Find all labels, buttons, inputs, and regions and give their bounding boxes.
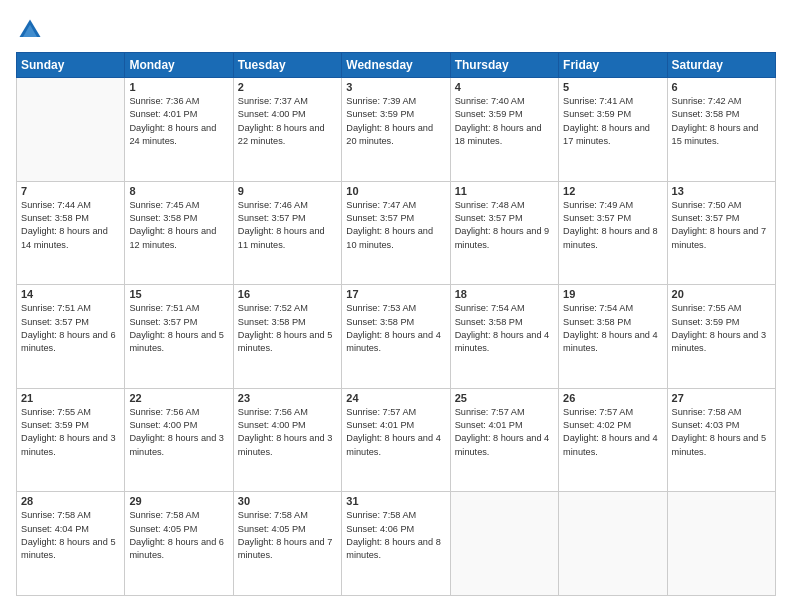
calendar-day-cell: 10 Sunrise: 7:47 AMSunset: 3:57 PMDaylig… [342, 181, 450, 285]
logo [16, 16, 48, 44]
day-info: Sunrise: 7:40 AMSunset: 3:59 PMDaylight:… [455, 95, 554, 148]
day-number: 17 [346, 288, 445, 300]
calendar-day-cell: 18 Sunrise: 7:54 AMSunset: 3:58 PMDaylig… [450, 285, 558, 389]
day-number: 11 [455, 185, 554, 197]
weekday-header: Saturday [667, 53, 775, 78]
day-info: Sunrise: 7:54 AMSunset: 3:58 PMDaylight:… [563, 302, 662, 355]
day-info: Sunrise: 7:49 AMSunset: 3:57 PMDaylight:… [563, 199, 662, 252]
weekday-header: Tuesday [233, 53, 341, 78]
day-number: 26 [563, 392, 662, 404]
calendar-day-cell: 21 Sunrise: 7:55 AMSunset: 3:59 PMDaylig… [17, 388, 125, 492]
day-info: Sunrise: 7:41 AMSunset: 3:59 PMDaylight:… [563, 95, 662, 148]
calendar-day-cell: 2 Sunrise: 7:37 AMSunset: 4:00 PMDayligh… [233, 78, 341, 182]
day-info: Sunrise: 7:52 AMSunset: 3:58 PMDaylight:… [238, 302, 337, 355]
day-info: Sunrise: 7:58 AMSunset: 4:05 PMDaylight:… [129, 509, 228, 562]
weekday-header: Wednesday [342, 53, 450, 78]
day-number: 16 [238, 288, 337, 300]
calendar-day-cell: 19 Sunrise: 7:54 AMSunset: 3:58 PMDaylig… [559, 285, 667, 389]
calendar-day-cell: 23 Sunrise: 7:56 AMSunset: 4:00 PMDaylig… [233, 388, 341, 492]
day-number: 22 [129, 392, 228, 404]
day-number: 5 [563, 81, 662, 93]
day-number: 1 [129, 81, 228, 93]
day-info: Sunrise: 7:48 AMSunset: 3:57 PMDaylight:… [455, 199, 554, 252]
calendar-day-cell: 25 Sunrise: 7:57 AMSunset: 4:01 PMDaylig… [450, 388, 558, 492]
calendar-week-row: 21 Sunrise: 7:55 AMSunset: 3:59 PMDaylig… [17, 388, 776, 492]
calendar-week-row: 1 Sunrise: 7:36 AMSunset: 4:01 PMDayligh… [17, 78, 776, 182]
day-number: 10 [346, 185, 445, 197]
day-number: 6 [672, 81, 771, 93]
day-number: 30 [238, 495, 337, 507]
day-info: Sunrise: 7:51 AMSunset: 3:57 PMDaylight:… [21, 302, 120, 355]
day-number: 27 [672, 392, 771, 404]
day-number: 24 [346, 392, 445, 404]
day-number: 20 [672, 288, 771, 300]
day-info: Sunrise: 7:44 AMSunset: 3:58 PMDaylight:… [21, 199, 120, 252]
calendar-day-cell [559, 492, 667, 596]
day-number: 15 [129, 288, 228, 300]
calendar-day-cell [450, 492, 558, 596]
day-number: 28 [21, 495, 120, 507]
day-info: Sunrise: 7:57 AMSunset: 4:02 PMDaylight:… [563, 406, 662, 459]
day-number: 31 [346, 495, 445, 507]
calendar-day-cell: 7 Sunrise: 7:44 AMSunset: 3:58 PMDayligh… [17, 181, 125, 285]
day-info: Sunrise: 7:56 AMSunset: 4:00 PMDaylight:… [129, 406, 228, 459]
calendar-day-cell: 31 Sunrise: 7:58 AMSunset: 4:06 PMDaylig… [342, 492, 450, 596]
day-info: Sunrise: 7:51 AMSunset: 3:57 PMDaylight:… [129, 302, 228, 355]
calendar-day-cell [667, 492, 775, 596]
day-info: Sunrise: 7:58 AMSunset: 4:05 PMDaylight:… [238, 509, 337, 562]
calendar-header-row: SundayMondayTuesdayWednesdayThursdayFrid… [17, 53, 776, 78]
day-number: 21 [21, 392, 120, 404]
calendar-day-cell: 1 Sunrise: 7:36 AMSunset: 4:01 PMDayligh… [125, 78, 233, 182]
day-info: Sunrise: 7:57 AMSunset: 4:01 PMDaylight:… [346, 406, 445, 459]
day-number: 13 [672, 185, 771, 197]
day-info: Sunrise: 7:56 AMSunset: 4:00 PMDaylight:… [238, 406, 337, 459]
day-info: Sunrise: 7:53 AMSunset: 3:58 PMDaylight:… [346, 302, 445, 355]
day-info: Sunrise: 7:45 AMSunset: 3:58 PMDaylight:… [129, 199, 228, 252]
calendar-day-cell: 16 Sunrise: 7:52 AMSunset: 3:58 PMDaylig… [233, 285, 341, 389]
day-number: 2 [238, 81, 337, 93]
page: SundayMondayTuesdayWednesdayThursdayFrid… [0, 0, 792, 612]
day-number: 23 [238, 392, 337, 404]
day-number: 18 [455, 288, 554, 300]
calendar-day-cell: 9 Sunrise: 7:46 AMSunset: 3:57 PMDayligh… [233, 181, 341, 285]
calendar-day-cell: 29 Sunrise: 7:58 AMSunset: 4:05 PMDaylig… [125, 492, 233, 596]
calendar-day-cell [17, 78, 125, 182]
calendar-day-cell: 12 Sunrise: 7:49 AMSunset: 3:57 PMDaylig… [559, 181, 667, 285]
calendar-day-cell: 26 Sunrise: 7:57 AMSunset: 4:02 PMDaylig… [559, 388, 667, 492]
calendar-day-cell: 4 Sunrise: 7:40 AMSunset: 3:59 PMDayligh… [450, 78, 558, 182]
day-info: Sunrise: 7:58 AMSunset: 4:03 PMDaylight:… [672, 406, 771, 459]
calendar-day-cell: 28 Sunrise: 7:58 AMSunset: 4:04 PMDaylig… [17, 492, 125, 596]
day-number: 19 [563, 288, 662, 300]
day-number: 14 [21, 288, 120, 300]
calendar-day-cell: 15 Sunrise: 7:51 AMSunset: 3:57 PMDaylig… [125, 285, 233, 389]
day-info: Sunrise: 7:46 AMSunset: 3:57 PMDaylight:… [238, 199, 337, 252]
day-info: Sunrise: 7:58 AMSunset: 4:04 PMDaylight:… [21, 509, 120, 562]
calendar-day-cell: 3 Sunrise: 7:39 AMSunset: 3:59 PMDayligh… [342, 78, 450, 182]
day-info: Sunrise: 7:42 AMSunset: 3:58 PMDaylight:… [672, 95, 771, 148]
calendar-day-cell: 30 Sunrise: 7:58 AMSunset: 4:05 PMDaylig… [233, 492, 341, 596]
calendar-table: SundayMondayTuesdayWednesdayThursdayFrid… [16, 52, 776, 596]
calendar-day-cell: 20 Sunrise: 7:55 AMSunset: 3:59 PMDaylig… [667, 285, 775, 389]
day-info: Sunrise: 7:57 AMSunset: 4:01 PMDaylight:… [455, 406, 554, 459]
calendar-day-cell: 11 Sunrise: 7:48 AMSunset: 3:57 PMDaylig… [450, 181, 558, 285]
calendar-day-cell: 13 Sunrise: 7:50 AMSunset: 3:57 PMDaylig… [667, 181, 775, 285]
calendar-day-cell: 17 Sunrise: 7:53 AMSunset: 3:58 PMDaylig… [342, 285, 450, 389]
day-info: Sunrise: 7:47 AMSunset: 3:57 PMDaylight:… [346, 199, 445, 252]
day-number: 25 [455, 392, 554, 404]
weekday-header: Monday [125, 53, 233, 78]
calendar-day-cell: 8 Sunrise: 7:45 AMSunset: 3:58 PMDayligh… [125, 181, 233, 285]
day-info: Sunrise: 7:50 AMSunset: 3:57 PMDaylight:… [672, 199, 771, 252]
calendar-week-row: 28 Sunrise: 7:58 AMSunset: 4:04 PMDaylig… [17, 492, 776, 596]
day-info: Sunrise: 7:36 AMSunset: 4:01 PMDaylight:… [129, 95, 228, 148]
day-number: 12 [563, 185, 662, 197]
calendar-day-cell: 5 Sunrise: 7:41 AMSunset: 3:59 PMDayligh… [559, 78, 667, 182]
day-number: 29 [129, 495, 228, 507]
day-info: Sunrise: 7:55 AMSunset: 3:59 PMDaylight:… [672, 302, 771, 355]
weekday-header: Friday [559, 53, 667, 78]
calendar-week-row: 7 Sunrise: 7:44 AMSunset: 3:58 PMDayligh… [17, 181, 776, 285]
calendar-day-cell: 27 Sunrise: 7:58 AMSunset: 4:03 PMDaylig… [667, 388, 775, 492]
day-info: Sunrise: 7:58 AMSunset: 4:06 PMDaylight:… [346, 509, 445, 562]
day-number: 3 [346, 81, 445, 93]
day-number: 4 [455, 81, 554, 93]
header [16, 16, 776, 44]
